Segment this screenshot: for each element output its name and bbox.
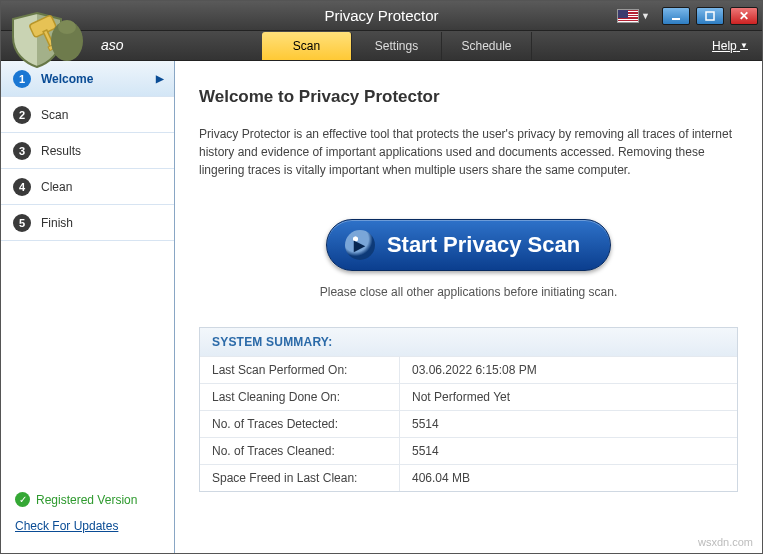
start-scan-button[interactable]: ▶ Start Privacy Scan xyxy=(326,219,611,271)
tab-settings[interactable]: Settings xyxy=(352,32,442,60)
summary-header: SYSTEM SUMMARY: xyxy=(200,328,737,356)
sidebar-step-label: Scan xyxy=(41,108,68,122)
system-summary: SYSTEM SUMMARY: Last Scan Performed On: … xyxy=(199,327,738,492)
scan-hint: Please close all other applications befo… xyxy=(199,285,738,299)
maximize-button[interactable] xyxy=(696,7,724,25)
menubar: aso Scan Settings Schedule Help ▼ xyxy=(1,31,762,61)
language-selector[interactable]: ▼ xyxy=(617,9,650,23)
check-updates-link[interactable]: Check For Updates xyxy=(15,519,118,533)
watermark: wsxdn.com xyxy=(698,536,753,548)
chevron-right-icon: ▶ xyxy=(156,73,164,84)
tab-schedule[interactable]: Schedule xyxy=(442,32,532,60)
summary-row: No. of Traces Cleaned: 5514 xyxy=(200,437,737,464)
main-content: Welcome to Privacy Protector Privacy Pro… xyxy=(175,61,762,553)
sidebar-step-finish[interactable]: 5 Finish xyxy=(1,205,174,241)
brand-label: aso xyxy=(101,37,124,53)
page-title: Welcome to Privacy Protector xyxy=(199,87,738,107)
minimize-button[interactable] xyxy=(662,7,690,25)
sidebar: 1 Welcome ▶ 2 Scan 3 Results 4 Clean 5 F… xyxy=(1,61,175,553)
app-logo-icon xyxy=(9,9,87,74)
sidebar-step-results[interactable]: 3 Results xyxy=(1,133,174,169)
summary-row: No. of Traces Detected: 5514 xyxy=(200,410,737,437)
help-link[interactable]: Help ▼ xyxy=(698,31,762,60)
chevron-down-icon: ▼ xyxy=(740,41,748,50)
sidebar-step-label: Results xyxy=(41,144,81,158)
summary-row: Last Cleaning Done On: Not Performed Yet xyxy=(200,383,737,410)
sidebar-step-label: Finish xyxy=(41,216,73,230)
play-icon: ▶ xyxy=(345,230,375,260)
app-title: Privacy Protector xyxy=(324,7,438,24)
titlebar: Privacy Protector ▼ ✕ xyxy=(1,1,762,31)
sidebar-step-clean[interactable]: 4 Clean xyxy=(1,169,174,205)
check-circle-icon: ✓ xyxy=(15,492,30,507)
sidebar-step-scan[interactable]: 2 Scan xyxy=(1,97,174,133)
registration-status: ✓ Registered Version xyxy=(15,492,174,507)
sidebar-step-label: Clean xyxy=(41,180,72,194)
tab-scan[interactable]: Scan xyxy=(262,32,352,60)
page-description: Privacy Protector is an effective tool t… xyxy=(199,125,738,179)
close-button[interactable]: ✕ xyxy=(730,7,758,25)
svg-rect-1 xyxy=(706,12,714,20)
svg-point-7 xyxy=(58,20,76,34)
summary-row: Space Freed in Last Clean: 406.04 MB xyxy=(200,464,737,491)
flag-us-icon xyxy=(617,9,639,23)
chevron-down-icon: ▼ xyxy=(641,11,650,21)
summary-row: Last Scan Performed On: 03.06.2022 6:15:… xyxy=(200,356,737,383)
